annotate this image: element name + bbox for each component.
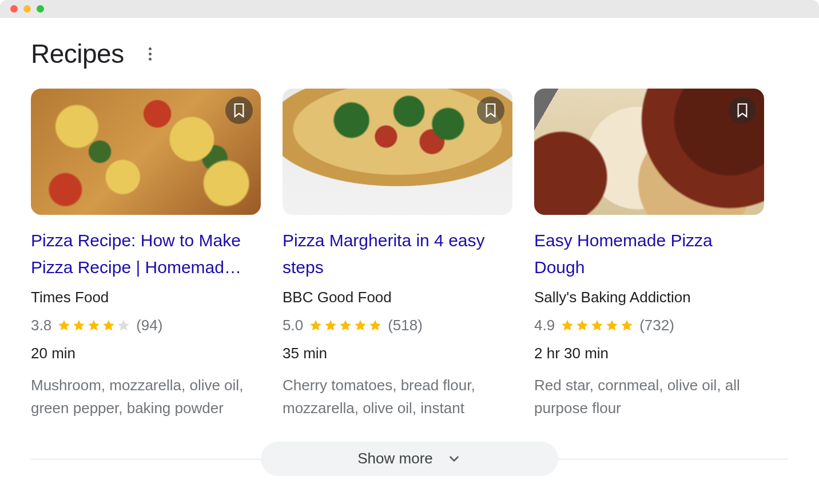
recipe-ingredients: Mushroom, mozzarella, olive oil, green p… — [31, 374, 261, 420]
rating-count: (518) — [388, 317, 423, 334]
recipe-source: Times Food — [31, 289, 261, 306]
bookmark-icon — [484, 103, 497, 118]
section-title: Recipes — [31, 38, 124, 69]
bookmark-icon — [233, 103, 245, 118]
recipe-ingredients: Red star, cornmeal, olive oil, all purpo… — [534, 374, 764, 420]
window-title-bar — [0, 0, 819, 18]
bookmark-button[interactable] — [225, 97, 253, 124]
bookmark-icon — [736, 103, 749, 118]
rating-count: (94) — [136, 317, 162, 334]
rating-value: 4.9 — [534, 317, 555, 334]
window-close-button[interactable] — [10, 5, 18, 13]
more-options-icon[interactable] — [144, 47, 157, 61]
rating-stars — [57, 319, 130, 333]
window-maximize-button[interactable] — [37, 5, 44, 13]
recipe-thumbnail[interactable] — [534, 89, 764, 215]
recipe-rating: 5.0 (518) — [283, 317, 512, 334]
rating-count: (732) — [639, 317, 674, 334]
recipe-title-link[interactable]: Pizza Margherita in 4 easy steps — [283, 227, 512, 281]
show-more-button[interactable]: Show more — [261, 442, 558, 476]
content-area: Recipes Pizza Recipe: How to Make Pizza … — [0, 18, 819, 476]
recipe-ingredients: Cherry tomatoes, bread flour, mozzarella… — [283, 374, 512, 420]
show-more-row: Show more — [31, 442, 788, 476]
rating-stars — [560, 319, 634, 333]
chevron-down-icon — [447, 451, 462, 466]
recipe-title-link[interactable]: Easy Homemade Pizza Dough — [534, 227, 764, 281]
recipe-card: Pizza Margherita in 4 easy steps BBC Goo… — [283, 89, 512, 420]
recipe-cards-row: Pizza Recipe: How to Make Pizza Recipe |… — [31, 89, 788, 420]
recipe-rating: 4.9 (732) — [534, 317, 764, 334]
bookmark-button[interactable] — [477, 97, 504, 124]
show-more-label: Show more — [357, 450, 433, 467]
recipe-title-link[interactable]: Pizza Recipe: How to Make Pizza Recipe |… — [31, 227, 261, 281]
recipe-time: 20 min — [31, 345, 261, 362]
recipe-time: 2 hr 30 min — [534, 345, 764, 362]
recipe-thumbnail[interactable] — [31, 89, 261, 215]
recipe-card: Pizza Recipe: How to Make Pizza Recipe |… — [31, 89, 261, 420]
rating-stars — [309, 319, 382, 333]
recipe-thumbnail[interactable] — [283, 89, 512, 215]
bookmark-button[interactable] — [729, 97, 756, 124]
window-minimize-button[interactable] — [23, 5, 31, 13]
section-header: Recipes — [31, 38, 788, 69]
recipe-card: Easy Homemade Pizza Dough Sally's Baking… — [534, 89, 764, 420]
recipe-source: Sally's Baking Addiction — [534, 289, 764, 306]
recipe-source: BBC Good Food — [283, 289, 512, 306]
recipe-time: 35 min — [283, 345, 512, 362]
rating-value: 3.8 — [31, 317, 51, 334]
rating-value: 5.0 — [283, 317, 303, 334]
recipe-rating: 3.8 (94) — [31, 317, 261, 334]
